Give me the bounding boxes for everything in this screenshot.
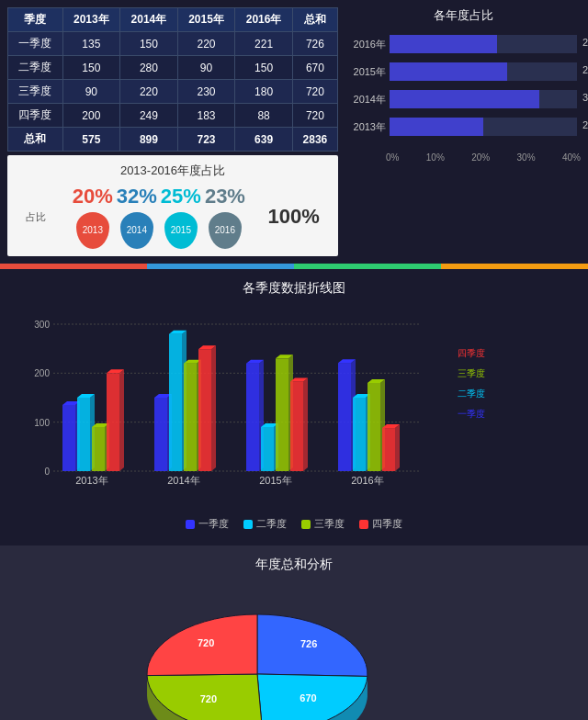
bar-pct-label: 20%	[582, 119, 588, 130]
percent-value: 20%	[73, 185, 113, 208]
svg-marker-58	[395, 424, 400, 471]
svg-text:2016年: 2016年	[351, 475, 383, 486]
svg-rect-17	[107, 373, 119, 471]
svg-rect-53	[368, 383, 380, 471]
year-drop: 2015	[164, 212, 198, 249]
svg-rect-8	[62, 405, 75, 471]
svg-rect-47	[338, 363, 351, 471]
horiz-bar-chart: 2016年 23% 2015年 25% 2014年 32% 2013年 20%	[345, 31, 581, 149]
svg-rect-43	[290, 381, 303, 471]
bar-outer: 32%	[390, 90, 577, 108]
legend-label: 三季度	[314, 517, 345, 531]
top-section: 季度2013年2014年2015年2016年总和 一季度135150220221…	[0, 0, 588, 264]
svg-rect-50	[353, 398, 366, 471]
bar-row: 2014年 32%	[349, 90, 577, 108]
legend-label: 二季度	[256, 517, 287, 531]
svg-text:720: 720	[200, 693, 217, 704]
svg-text:670: 670	[300, 692, 316, 703]
svg-rect-37	[261, 427, 274, 471]
bar-year-label: 2014年	[349, 93, 386, 107]
bar-chart-title: 各年度占比	[345, 7, 581, 24]
bar-year-label: 2015年	[349, 65, 386, 79]
bar-year-label: 2016年	[349, 38, 386, 51]
svg-text:200: 200	[34, 368, 50, 378]
svg-rect-14	[92, 427, 105, 471]
legend-label: 四季度	[372, 517, 402, 531]
axis-label: 0%	[386, 152, 399, 163]
svg-text:二季度: 二季度	[458, 388, 485, 399]
percent-item: 32% 2014	[117, 185, 157, 249]
svg-marker-32	[211, 345, 216, 471]
line-chart-section: 各季度数据折线图 01002003002013年2014年2015年2016年四…	[0, 269, 588, 542]
pie-chart-title: 年度总和分析	[7, 557, 581, 573]
percent-row: 占比 20% 2013 32% 2014 25% 2015 23% 2016 1…	[15, 185, 331, 249]
percent-label: 占比	[26, 210, 46, 224]
bar-row: 2015年 25%	[349, 62, 577, 81]
bar-year-label: 2013年	[349, 120, 386, 134]
axis-label: 30%	[517, 152, 536, 163]
year-drop: 2013	[76, 212, 109, 249]
percent-item: 23% 2016	[205, 185, 245, 249]
line-chart-container: 01002003002013年2014年2015年2016年四季度三季度二季度一…	[7, 306, 581, 512]
legend-dot	[243, 520, 253, 529]
year-drop: 2016	[209, 212, 242, 249]
svg-text:四季度: 四季度	[458, 348, 485, 358]
bar-pct-label: 32%	[582, 92, 588, 103]
percent-value: 23%	[205, 185, 245, 208]
svg-rect-21	[154, 398, 167, 471]
svg-text:2013年: 2013年	[75, 475, 107, 486]
percent-title: 2013-2016年度占比	[15, 163, 331, 179]
svg-text:三季度: 三季度	[458, 368, 485, 378]
line-chart-title: 各季度数据折线图	[7, 280, 581, 297]
svg-text:726: 726	[300, 638, 317, 649]
svg-rect-56	[382, 428, 395, 471]
percent-value: 25%	[161, 185, 201, 208]
data-table: 季度2013年2014年2015年2016年总和 一季度135150220221…	[7, 7, 338, 152]
svg-text:2014年: 2014年	[167, 475, 199, 486]
svg-text:100: 100	[34, 418, 50, 428]
svg-text:0: 0	[44, 467, 50, 477]
pie-chart-section: 年度总和分析 726670720720 一季度二季度三季度四季度	[0, 546, 588, 720]
bar-axis: 0%10%20%30%40%	[345, 152, 581, 163]
bar-fill	[390, 62, 507, 81]
percent-value: 32%	[117, 185, 157, 208]
svg-rect-40	[276, 358, 288, 471]
svg-rect-34	[246, 364, 259, 471]
svg-rect-27	[184, 364, 197, 471]
svg-marker-19	[119, 369, 124, 471]
svg-marker-45	[303, 377, 308, 471]
percent-total: 100%	[267, 205, 319, 229]
legend-label: 一季度	[198, 517, 229, 531]
legend-item: 三季度	[301, 517, 345, 531]
table-area: 季度2013年2014年2015年2016年总和 一季度135150220221…	[7, 7, 338, 256]
axis-label: 40%	[562, 152, 581, 163]
percent-section: 2013-2016年度占比 占比 20% 2013 32% 2014 25% 2…	[7, 155, 338, 256]
svg-text:300: 300	[34, 320, 50, 330]
percent-item: 25% 2015	[161, 185, 201, 249]
svg-rect-11	[77, 398, 90, 471]
axis-label: 10%	[426, 152, 445, 163]
bar-fill	[390, 118, 483, 136]
bar-chart-area: 各年度占比 2016年 23% 2015年 25% 2014年 32% 2013…	[345, 7, 581, 256]
legend-item: 二季度	[243, 517, 287, 531]
legend-item: 四季度	[359, 517, 402, 531]
bar-pct-label: 23%	[582, 37, 588, 48]
line-chart-legend: 一季度二季度三季度四季度	[7, 517, 581, 531]
svg-rect-24	[169, 334, 182, 471]
bar-outer: 25%	[390, 62, 577, 81]
bar-row: 2016年 23%	[349, 35, 577, 53]
bar-row: 2013年 20%	[349, 118, 577, 136]
legend-item: 一季度	[186, 517, 229, 531]
bar3d-chart: 01002003002013年2014年2015年2016年四季度三季度二季度一…	[7, 306, 540, 508]
svg-rect-30	[198, 349, 211, 471]
bar-fill	[390, 35, 497, 53]
pie-chart: 726670720720	[119, 582, 469, 720]
bar-outer: 20%	[390, 118, 577, 136]
bar-pct-label: 25%	[582, 64, 588, 75]
svg-text:2015年: 2015年	[259, 475, 291, 486]
axis-label: 20%	[471, 152, 490, 163]
svg-text:720: 720	[198, 637, 214, 648]
year-drop: 2014	[120, 212, 153, 249]
bar-outer: 23%	[390, 35, 577, 53]
bar-fill	[390, 90, 539, 108]
